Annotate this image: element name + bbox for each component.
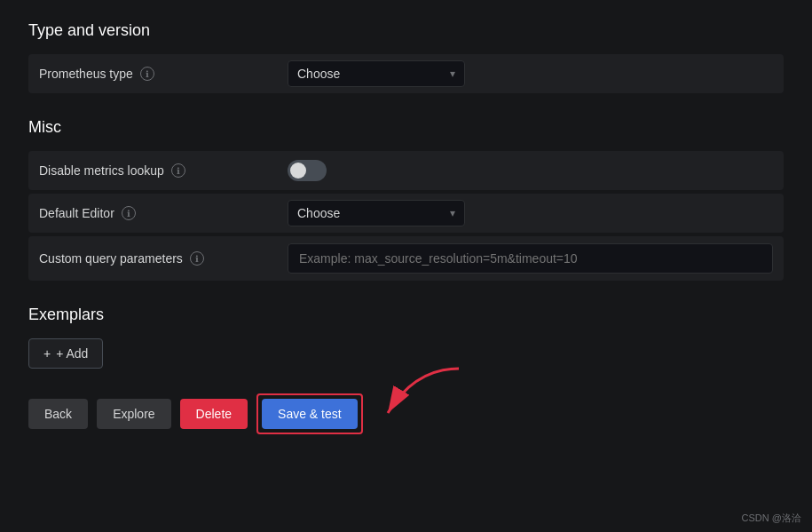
explore-button[interactable]: Explore [97, 399, 170, 429]
add-exemplar-button[interactable]: + + Add [28, 338, 103, 369]
exemplars-section: Exemplars + + Add [28, 306, 784, 369]
type-version-title: Type and version [28, 21, 784, 40]
disable-metrics-row: Disable metrics lookup ℹ [28, 151, 784, 190]
default-editor-control: Choose ▾ [288, 200, 773, 226]
arrow-indicator [361, 360, 468, 433]
toggle-track [288, 160, 327, 181]
custom-query-input[interactable] [288, 243, 773, 274]
default-editor-label: Default Editor ℹ [39, 206, 288, 220]
back-button[interactable]: Back [28, 399, 88, 429]
default-editor-chevron-icon: ▾ [450, 207, 455, 219]
type-version-section: Type and version Prometheus type ℹ Choos… [28, 21, 784, 93]
default-editor-dropdown[interactable]: Choose ▾ [288, 200, 465, 226]
prometheus-type-info-icon[interactable]: ℹ [140, 67, 154, 81]
disable-metrics-toggle[interactable] [288, 160, 327, 181]
misc-title: Misc [28, 118, 784, 137]
custom-query-info-icon[interactable]: ℹ [190, 251, 204, 266]
disable-metrics-control [288, 160, 773, 181]
delete-button[interactable]: Delete [180, 399, 248, 429]
plus-icon: + [43, 346, 51, 361]
prometheus-type-dropdown[interactable]: Choose ▾ [288, 60, 465, 87]
custom-query-label: Custom query parameters ℹ [39, 251, 288, 266]
prometheus-type-label: Prometheus type ℹ [39, 67, 288, 81]
custom-query-row: Custom query parameters ℹ [28, 236, 784, 281]
save-highlight-box: Save & test [256, 393, 363, 434]
disable-metrics-info-icon[interactable]: ℹ [171, 163, 185, 178]
exemplars-title: Exemplars [28, 306, 784, 324]
red-arrow-svg [361, 360, 468, 431]
toggle-thumb [290, 163, 306, 179]
prometheus-type-control: Choose ▾ [288, 60, 773, 87]
save-test-button[interactable]: Save & test [262, 399, 358, 429]
default-editor-row: Default Editor ℹ Choose ▾ [28, 194, 784, 233]
custom-query-control [288, 243, 773, 274]
action-bar: Back Explore Delete Save & test [28, 393, 784, 434]
watermark: CSDN @洛洽 [742, 512, 801, 525]
prometheus-type-row: Prometheus type ℹ Choose ▾ [28, 54, 784, 93]
default-editor-info-icon[interactable]: ℹ [122, 206, 136, 220]
prometheus-type-chevron-icon: ▾ [450, 67, 455, 80]
disable-metrics-label: Disable metrics lookup ℹ [39, 163, 288, 178]
misc-section: Misc Disable metrics lookup ℹ Default Ed… [28, 118, 784, 281]
